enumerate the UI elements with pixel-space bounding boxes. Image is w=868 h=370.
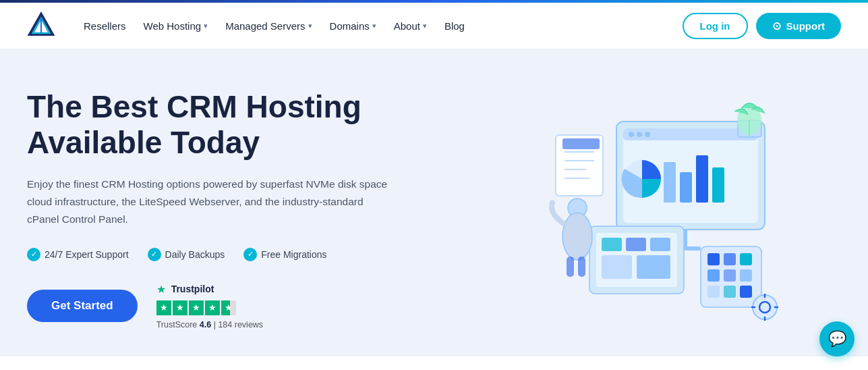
- star-5: ★: [221, 300, 236, 315]
- nav-right: Log in ⊙ Support: [683, 13, 842, 39]
- svg-rect-31: [724, 286, 736, 298]
- hero-description: Enjoy the finest CRM Hosting options pow…: [27, 176, 391, 229]
- feature-migrations: ✓ Free Migrations: [243, 248, 326, 261]
- trustpilot-header: ★ Trustpilot: [156, 283, 263, 296]
- svg-rect-9: [664, 162, 676, 203]
- hero-illustration: [445, 95, 841, 324]
- crm-illustration: [502, 95, 785, 324]
- check-icon-migrations: ✓: [243, 248, 257, 261]
- svg-rect-12: [712, 167, 724, 203]
- star-3: ★: [189, 300, 204, 315]
- support-icon: ⊙: [772, 20, 781, 32]
- svg-rect-10: [680, 172, 692, 203]
- trustpilot-brand: Trustpilot: [171, 284, 214, 294]
- trustpilot-stars: ★ ★ ★ ★ ★: [156, 300, 263, 315]
- check-icon-backups: ✓: [148, 248, 161, 261]
- support-button[interactable]: ⊙ Support: [756, 13, 842, 39]
- trustpilot-star-icon: ★: [156, 283, 166, 296]
- svg-rect-44: [562, 138, 600, 149]
- nav-item-about[interactable]: About ▾: [387, 15, 434, 37]
- nav-item-resellers[interactable]: Resellers: [77, 15, 133, 37]
- nav-item-managed-servers[interactable]: Managed Servers ▾: [219, 15, 318, 37]
- about-chevron-icon: ▾: [423, 22, 427, 30]
- svg-rect-29: [740, 269, 752, 282]
- logo[interactable]: [27, 11, 55, 40]
- domains-chevron-icon: ▾: [372, 22, 376, 30]
- svg-rect-28: [724, 269, 736, 282]
- trustpilot-score: TrustScore 4.6 | 184 reviews: [156, 320, 263, 329]
- svg-rect-32: [740, 286, 752, 298]
- svg-rect-22: [637, 255, 670, 279]
- chat-icon: 💬: [828, 330, 846, 348]
- svg-point-6: [629, 132, 634, 137]
- chat-bubble[interactable]: 💬: [819, 321, 855, 356]
- svg-rect-24: [707, 253, 720, 265]
- hero-section: The Best CRM Hosting Available Today Enj…: [0, 49, 868, 356]
- svg-rect-48: [578, 257, 585, 277]
- trustpilot-block: ★ Trustpilot ★ ★ ★ ★ ★ TrustScore 4.6 | …: [156, 283, 263, 329]
- web-hosting-chevron-icon: ▾: [204, 22, 208, 30]
- nav-item-web-hosting[interactable]: Web Hosting ▾: [137, 15, 215, 37]
- star-4: ★: [205, 300, 220, 315]
- managed-servers-chevron-icon: ▾: [308, 22, 312, 30]
- svg-point-7: [637, 132, 642, 137]
- star-1: ★: [156, 300, 171, 315]
- trustpilot-reviews: 184 reviews: [218, 320, 263, 329]
- login-button[interactable]: Log in: [683, 13, 748, 39]
- feature-backups: ✓ Daily Backups: [148, 248, 225, 261]
- svg-rect-26: [740, 253, 752, 265]
- hero-text: The Best CRM Hosting Available Today Enj…: [27, 89, 445, 329]
- svg-rect-11: [696, 155, 708, 203]
- bottom-section: CRM Hosting Plans: [0, 356, 868, 370]
- nav-links: Resellers Web Hosting ▾ Managed Servers …: [77, 15, 471, 37]
- check-icon-support: ✓: [27, 248, 40, 261]
- svg-rect-25: [724, 253, 736, 265]
- svg-point-33: [753, 295, 777, 319]
- svg-point-8: [645, 132, 650, 137]
- svg-rect-21: [602, 255, 632, 279]
- get-started-button[interactable]: Get Started: [27, 290, 138, 322]
- svg-rect-18: [602, 238, 622, 251]
- hero-title: The Best CRM Hosting Available Today: [27, 89, 445, 161]
- svg-rect-47: [567, 257, 574, 277]
- features-row: ✓ 24/7 Expert Support ✓ Daily Backups ✓ …: [27, 248, 445, 261]
- nav-left: Resellers Web Hosting ▾ Managed Servers …: [27, 11, 471, 40]
- nav-item-domains[interactable]: Domains ▾: [323, 15, 383, 37]
- svg-rect-19: [626, 238, 646, 251]
- hero-cta-row: Get Started ★ Trustpilot ★ ★ ★ ★ ★ Trust…: [27, 283, 445, 329]
- feature-support: ✓ 24/7 Expert Support: [27, 248, 129, 261]
- svg-rect-27: [707, 269, 720, 282]
- main-nav: Resellers Web Hosting ▾ Managed Servers …: [0, 3, 868, 49]
- svg-point-46: [562, 213, 592, 260]
- nav-item-blog[interactable]: Blog: [438, 15, 471, 37]
- trustpilot-score-value: 4.6: [200, 320, 211, 329]
- svg-rect-20: [650, 238, 670, 251]
- svg-rect-30: [707, 286, 720, 298]
- star-2: ★: [173, 300, 187, 315]
